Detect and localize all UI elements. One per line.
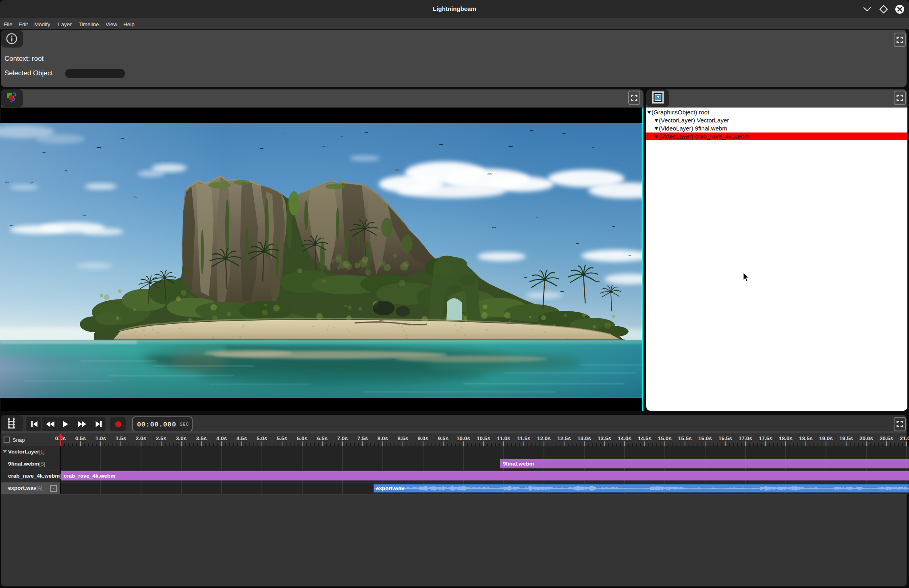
svg-text:?: ? — [656, 95, 659, 101]
